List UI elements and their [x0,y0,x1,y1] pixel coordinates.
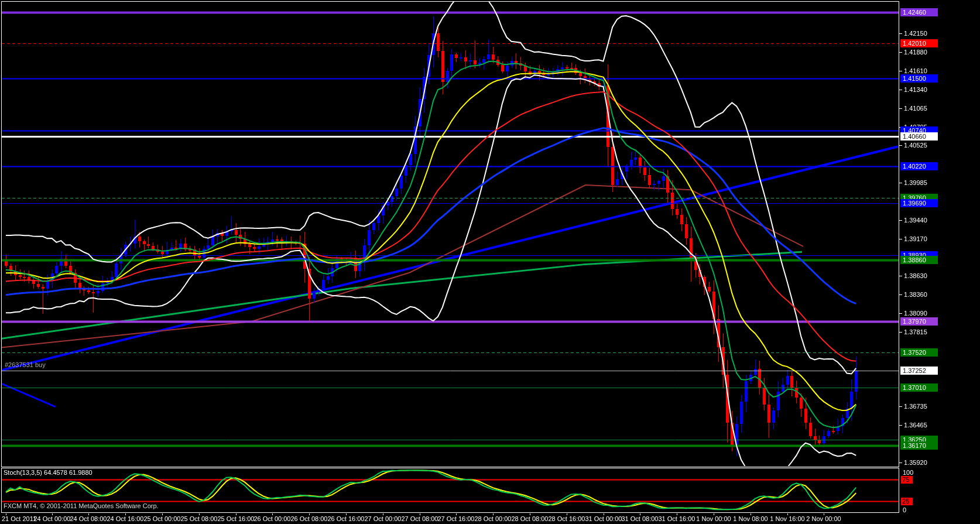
price-chart-canvas[interactable] [0,0,980,524]
mt4-chart-window: #2637531 buy Stoch(13,3,5) 64.4578 61.98… [0,0,980,524]
copyright-label: FXCM MT4, © 2001-2011 MetaQuotes Softwar… [4,502,159,509]
order-label: #2637531 buy [5,361,46,368]
stoch-indicator-label: Stoch(13,3,5) 64.4578 61.9880 [4,469,92,476]
